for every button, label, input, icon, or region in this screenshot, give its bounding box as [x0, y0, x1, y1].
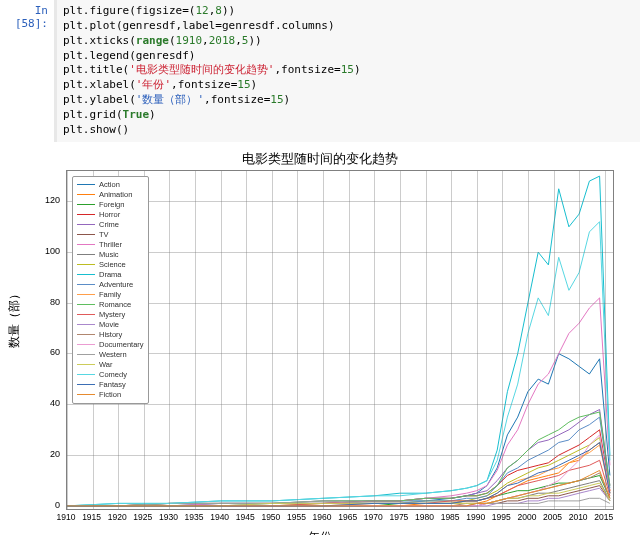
legend-label: Drama: [99, 270, 122, 279]
x-tick-label: 2010: [569, 512, 588, 522]
legend-item: Music: [77, 250, 144, 260]
legend-label: War: [99, 360, 112, 369]
legend-item: Animation: [77, 190, 144, 200]
legend-label: Romance: [99, 300, 131, 309]
y-tick-label: 40: [10, 398, 60, 408]
legend-label: Adventure: [99, 280, 133, 289]
x-tick-label: 1935: [185, 512, 204, 522]
legend-label: Crime: [99, 220, 119, 229]
legend-swatch: [77, 314, 95, 315]
legend-swatch: [77, 394, 95, 395]
legend-item: Crime: [77, 220, 144, 230]
legend-swatch: [77, 254, 95, 255]
legend-swatch: [77, 284, 95, 285]
x-tick-label: 1980: [415, 512, 434, 522]
legend-item: Western: [77, 350, 144, 360]
legend-item: Romance: [77, 300, 144, 310]
x-tick-label: 1985: [441, 512, 460, 522]
legend-item: Fiction: [77, 390, 144, 400]
x-tick-label: 1990: [466, 512, 485, 522]
legend-swatch: [77, 294, 95, 295]
cell-prompt: In [58]:: [0, 0, 54, 142]
legend-swatch: [77, 224, 95, 225]
x-tick-label: 1955: [287, 512, 306, 522]
y-tick-label: 80: [10, 297, 60, 307]
legend-swatch: [77, 214, 95, 215]
legend-label: TV: [99, 230, 109, 239]
legend-item: History: [77, 330, 144, 340]
x-tick-label: 1995: [492, 512, 511, 522]
legend-item: Horror: [77, 210, 144, 220]
y-tick-label: 100: [10, 246, 60, 256]
x-tick-label: 2015: [594, 512, 613, 522]
legend-item: Foreign: [77, 200, 144, 210]
y-tick-label: 120: [10, 195, 60, 205]
x-tick-label: 1970: [364, 512, 383, 522]
y-tick-label: 20: [10, 449, 60, 459]
legend-label: History: [99, 330, 122, 339]
legend-item: Documentary: [77, 340, 144, 350]
legend-label: Comedy: [99, 370, 127, 379]
x-tick-label: 1945: [236, 512, 255, 522]
x-tick-label: 1965: [338, 512, 357, 522]
legend-label: Thriller: [99, 240, 122, 249]
legend-item: Mystery: [77, 310, 144, 320]
legend-swatch: [77, 194, 95, 195]
x-tick-label: 1950: [261, 512, 280, 522]
y-tick-label: 60: [10, 347, 60, 357]
code-block[interactable]: plt.figure(figsize=(12,8))plt.plot(genre…: [54, 0, 640, 142]
legend-swatch: [77, 234, 95, 235]
legend-label: Fiction: [99, 390, 121, 399]
x-tick-label: 1940: [210, 512, 229, 522]
legend-swatch: [77, 204, 95, 205]
x-tick-label: 1960: [313, 512, 332, 522]
legend-item: Family: [77, 290, 144, 300]
x-tick-label: 1915: [82, 512, 101, 522]
legend-swatch: [77, 374, 95, 375]
x-tick-label: 2005: [543, 512, 562, 522]
notebook-cell: In [58]: plt.figure(figsize=(12,8))plt.p…: [0, 0, 640, 142]
legend-label: Movie: [99, 320, 119, 329]
x-axis-label: 年份: [10, 529, 630, 535]
legend-swatch: [77, 354, 95, 355]
chart-title: 电影类型随时间的变化趋势: [10, 150, 630, 168]
legend-label: Animation: [99, 190, 132, 199]
legend-label: Horror: [99, 210, 120, 219]
legend-label: Music: [99, 250, 119, 259]
legend-swatch: [77, 344, 95, 345]
x-tick-label: 1925: [133, 512, 152, 522]
legend-label: Action: [99, 180, 120, 189]
chart-lines: [67, 171, 613, 509]
x-tick-label: 1920: [108, 512, 127, 522]
legend-item: Movie: [77, 320, 144, 330]
legend-swatch: [77, 244, 95, 245]
legend-label: Documentary: [99, 340, 144, 349]
legend-label: Family: [99, 290, 121, 299]
legend-swatch: [77, 334, 95, 335]
legend-label: Science: [99, 260, 126, 269]
legend-item: War: [77, 360, 144, 370]
legend-swatch: [77, 324, 95, 325]
legend-swatch: [77, 264, 95, 265]
x-tick-label: 2000: [517, 512, 536, 522]
legend-item: Thriller: [77, 240, 144, 250]
legend-label: Western: [99, 350, 127, 359]
legend-item: Adventure: [77, 280, 144, 290]
legend-label: Mystery: [99, 310, 125, 319]
x-tick-label: 1930: [159, 512, 178, 522]
legend-item: Action: [77, 180, 144, 190]
legend-item: Comedy: [77, 370, 144, 380]
x-tick-label: 1910: [57, 512, 76, 522]
legend-item: TV: [77, 230, 144, 240]
legend: ActionAnimationForeignHorrorCrimeTVThril…: [72, 176, 149, 404]
legend-swatch: [77, 274, 95, 275]
x-tick-label: 1975: [389, 512, 408, 522]
legend-swatch: [77, 184, 95, 185]
legend-label: Fantasy: [99, 380, 126, 389]
chart-output: 电影类型随时间的变化趋势 数量（部） 年份 ActionAnimationFor…: [10, 148, 630, 535]
legend-item: Science: [77, 260, 144, 270]
legend-label: Foreign: [99, 200, 124, 209]
legend-item: Drama: [77, 270, 144, 280]
legend-item: Fantasy: [77, 380, 144, 390]
legend-swatch: [77, 384, 95, 385]
